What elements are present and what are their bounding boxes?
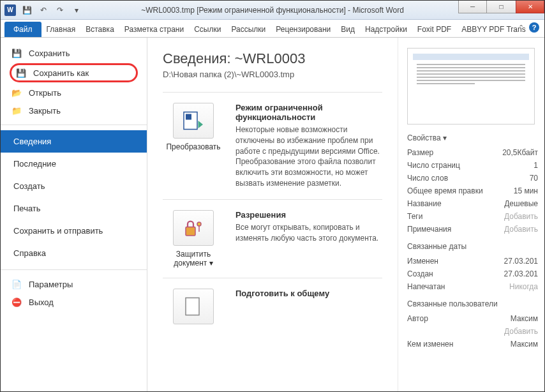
tab-insert[interactable]: Вставка: [80, 22, 119, 37]
property-row: Добавить: [407, 325, 538, 338]
nav-options-label: Параметры: [29, 280, 73, 289]
property-key: Число страниц: [407, 161, 460, 170]
permissions-body: Все могут открывать, копировать и изменя…: [235, 222, 382, 244]
property-value[interactable]: Добавить: [504, 225, 538, 234]
qat-dropdown-icon[interactable]: ▾: [70, 3, 84, 17]
maximize-button[interactable]: □: [487, 1, 516, 13]
property-row: ПримечанияДобавить: [407, 223, 538, 236]
nav-save-label: Сохранить: [29, 49, 70, 58]
divider: [1, 124, 147, 125]
document-thumbnail[interactable]: [407, 48, 535, 124]
help-icon[interactable]: ?: [529, 22, 539, 33]
nav-help[interactable]: Справка: [1, 242, 147, 264]
nav-save[interactable]: 💾 Сохранить: [1, 44, 147, 62]
info-path: D:\Новая папка (2)\~WRL0003.tmp: [163, 70, 382, 79]
svg-rect-1: [186, 114, 191, 120]
nav-save-as[interactable]: 💾 Сохранить как: [10, 63, 138, 82]
tab-addins[interactable]: Надстройки: [360, 22, 412, 37]
convert-button[interactable]: Преобразовать: [163, 103, 224, 189]
nav-save-as-label: Сохранить как: [33, 68, 89, 78]
nav-info[interactable]: Сведения: [1, 130, 147, 153]
related-dates-header: Связанные даты: [407, 242, 538, 251]
nav-close[interactable]: 📁 Закрыть: [1, 102, 147, 119]
window-title: ~WRL0003.tmp [Режим ограниченной функцио…: [141, 6, 404, 15]
check-issues-button[interactable]: [163, 289, 224, 328]
property-key: Название: [407, 199, 442, 208]
nav-exit[interactable]: ⛔ Выход: [1, 293, 147, 311]
qat-redo-icon[interactable]: ↷: [53, 3, 67, 17]
svg-point-3: [197, 222, 201, 226]
ribbon-collapse-icon[interactable]: ⌃: [518, 24, 524, 32]
nav-print[interactable]: Печать: [1, 197, 147, 220]
quick-access-toolbar: 💾 ↶ ↷ ▾: [20, 3, 84, 17]
divider: [1, 269, 147, 270]
qat-save-icon[interactable]: 💾: [20, 3, 34, 17]
property-value: 15 мин: [514, 186, 538, 195]
property-row: Число слов70: [407, 172, 538, 185]
word-convert-icon: [182, 109, 205, 132]
property-key: Общее время правки: [407, 186, 483, 195]
property-row: Размер20,5Кбайт: [407, 146, 538, 159]
property-key: Напечатан: [407, 282, 445, 291]
property-key: Число слов: [407, 174, 448, 183]
ribbon-help-area: ⌃ ?: [518, 22, 539, 33]
property-key: Примечания: [407, 225, 451, 234]
property-value: 27.03.201: [504, 257, 538, 266]
permissions-text: Разрешения Все могут открывать, копирова…: [235, 210, 382, 268]
svg-rect-4: [186, 298, 199, 315]
nav-open[interactable]: 📂 Открыть: [1, 84, 147, 102]
property-row: Общее время правки15 мин: [407, 185, 538, 197]
convert-button-label: Преобразовать: [163, 142, 224, 151]
minimize-button[interactable]: ─: [458, 1, 487, 13]
property-value: 70: [530, 174, 538, 183]
tab-mailings[interactable]: Рассылки: [226, 22, 271, 37]
protect-button[interactable]: Защитить документ ▾: [163, 210, 224, 268]
property-value: 1: [534, 161, 538, 170]
prepare-title: Подготовить к общему: [235, 289, 329, 298]
property-value: Дешевые: [504, 199, 538, 208]
tab-references[interactable]: Ссылки: [189, 22, 226, 37]
property-value[interactable]: Добавить: [504, 327, 538, 336]
save-icon: 💾: [11, 47, 22, 59]
nav-close-label: Закрыть: [29, 106, 61, 116]
nav-save-send[interactable]: Сохранить и отправить: [1, 220, 147, 242]
property-row: НазваниеДешевые: [407, 197, 538, 210]
close-button[interactable]: ✕: [516, 1, 544, 13]
property-row: НапечатанНикогда: [407, 280, 538, 293]
nav-exit-label: Выход: [29, 298, 54, 307]
tab-layout[interactable]: Разметка страни: [119, 22, 189, 37]
prepare-share-block: Подготовить к общему: [163, 278, 382, 338]
backstage-nav: 💾 Сохранить 💾 Сохранить как 📂 Открыть 📁 …: [1, 38, 147, 392]
lock-key-icon: [182, 216, 205, 239]
nav-recent[interactable]: Последние: [1, 153, 147, 175]
nav-new[interactable]: Создать: [1, 175, 147, 197]
info-heading: Сведения: ~WRL0003: [163, 50, 382, 67]
tab-home[interactable]: Главная: [41, 22, 81, 37]
tab-view[interactable]: Вид: [336, 22, 360, 37]
tab-review[interactable]: Рецензировани: [271, 22, 336, 37]
property-value: Максим: [511, 314, 538, 323]
backstage-view: 💾 Сохранить 💾 Сохранить как 📂 Открыть 📁 …: [1, 38, 544, 392]
property-key: Теги: [407, 212, 422, 221]
property-row: АвторМаксим: [407, 312, 538, 325]
property-row: Создан27.03.201: [407, 268, 538, 280]
property-value[interactable]: Добавить: [504, 212, 538, 221]
property-value: 20,5Кбайт: [502, 148, 538, 157]
compat-title: Режим ограниченной функциональности: [235, 103, 382, 122]
qat-undo-icon[interactable]: ↶: [36, 3, 50, 17]
properties-header[interactable]: Свойства ▾: [407, 133, 538, 142]
property-value[interactable]: Никогда: [509, 282, 538, 291]
ribbon-tabs: Файл Главная Вставка Разметка страни Ссы…: [1, 20, 544, 38]
nav-options[interactable]: 📄 Параметры: [1, 275, 147, 293]
property-row: Число страниц1: [407, 159, 538, 172]
document-check-icon: [182, 295, 205, 318]
tab-foxit[interactable]: Foxit PDF: [412, 22, 456, 37]
properties-list: Размер20,5КбайтЧисло страниц1Число слов7…: [407, 146, 538, 236]
compat-text: Режим ограниченной функциональности Неко…: [235, 103, 382, 189]
close-doc-icon: 📁: [11, 105, 22, 116]
titlebar: W 💾 ↶ ↷ ▾ ~WRL0003.tmp [Режим ограниченн…: [1, 1, 544, 20]
property-value: Максим: [511, 340, 538, 349]
exit-icon: ⛔: [11, 296, 22, 308]
people-list: АвторМаксимДобавитьКем измененМаксим: [407, 312, 538, 351]
tab-file[interactable]: Файл: [4, 22, 41, 37]
